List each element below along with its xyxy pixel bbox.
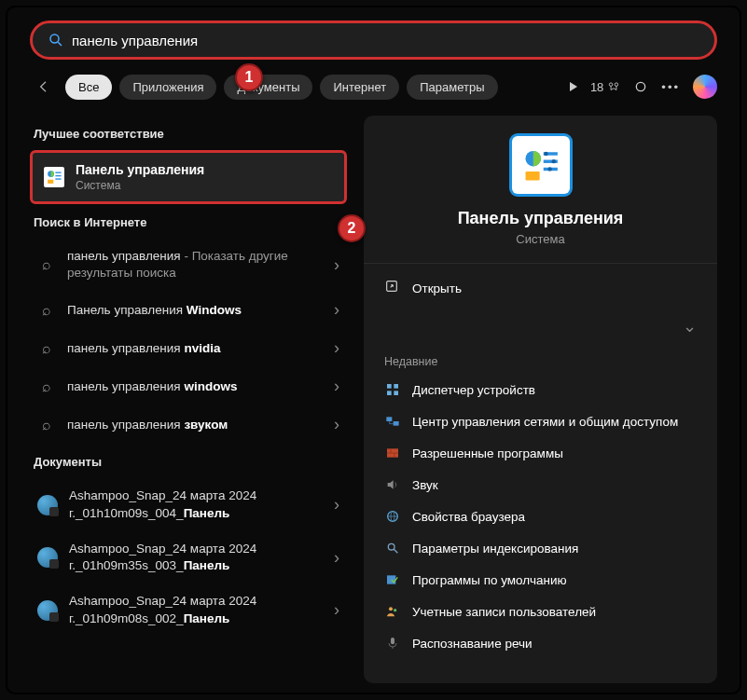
chevron-right-icon <box>334 600 339 620</box>
control-panel-icon <box>44 167 64 187</box>
preview-panel: Панель управления Система Открыть Недавн… <box>364 116 717 683</box>
chevron-right-icon <box>334 300 339 320</box>
svg-rect-18 <box>525 172 539 181</box>
indexing-icon <box>384 540 401 556</box>
search-icon <box>37 417 56 433</box>
best-match-item[interactable]: Панель управления Система <box>30 150 347 204</box>
network-center-icon <box>384 413 401 430</box>
web-result[interactable]: панель управления nvidia <box>30 329 347 367</box>
filter-row: Все Приложения Документы Интернет Параме… <box>7 60 740 101</box>
search-bar[interactable] <box>30 21 717 60</box>
filter-settings[interactable]: Параметры <box>407 75 497 100</box>
annotation-badge-1: 1 <box>235 63 263 91</box>
web-result[interactable]: панель управления windows <box>30 367 347 405</box>
chevron-right-icon <box>334 255 339 275</box>
filter-web[interactable]: Интернет <box>320 75 399 100</box>
web-result[interactable]: панель управления - Показать другие резу… <box>30 239 347 291</box>
svg-line-1 <box>58 42 62 46</box>
chevron-down-icon <box>683 316 697 336</box>
recent-item[interactable]: Разрешенные программы <box>364 437 717 469</box>
firewall-icon <box>384 445 401 461</box>
recent-header: Недавние <box>364 346 717 374</box>
annotation-badge-2: 2 <box>338 214 366 242</box>
search-icon <box>48 32 64 48</box>
svg-line-34 <box>394 549 397 553</box>
best-match-header: Лучшее соответствие <box>30 116 347 150</box>
document-result[interactable]: Ashampoo_Snap_24 марта 2024г._01h09m08s_… <box>30 583 347 636</box>
document-result[interactable]: Ashampoo_Snap_24 марта 2024г._01h10m09s_… <box>30 478 347 530</box>
expand-actions[interactable] <box>364 312 717 346</box>
more-button[interactable]: ••• <box>661 80 680 94</box>
circle-icon[interactable] <box>633 79 648 94</box>
open-action[interactable]: Открыть <box>364 263 717 312</box>
svg-point-3 <box>616 83 619 87</box>
web-result[interactable]: панель управления звуком <box>30 405 347 444</box>
open-icon <box>384 279 401 297</box>
filter-apps[interactable]: Приложения <box>119 75 216 100</box>
search-icon <box>37 302 56 319</box>
image-file-icon <box>37 600 58 621</box>
svg-rect-21 <box>394 384 398 389</box>
device-manager-icon <box>384 381 401 398</box>
svg-rect-38 <box>391 638 394 644</box>
recent-item[interactable]: Центр управления сетями и общим доступом <box>364 405 717 437</box>
recent-item[interactable]: Диспетчер устройств <box>364 374 717 405</box>
default-programs-icon <box>384 571 401 588</box>
svg-point-36 <box>389 607 393 611</box>
svg-point-13 <box>544 152 547 156</box>
svg-rect-10 <box>48 180 53 184</box>
svg-rect-23 <box>394 391 398 395</box>
speech-icon <box>384 635 401 652</box>
image-file-icon <box>37 495 58 515</box>
back-button[interactable] <box>30 73 58 101</box>
recent-item[interactable]: Учетные записи пользователей <box>364 596 717 627</box>
search-window: 1 2 Все Приложения Документы Интернет Па… <box>6 6 741 694</box>
chevron-right-icon <box>334 495 339 515</box>
play-button[interactable] <box>570 82 577 91</box>
recent-item[interactable]: Свойства браузера <box>364 501 717 532</box>
document-result[interactable]: Ashampoo_Snap_24 марта 2024г._01h09m35s_… <box>30 531 347 583</box>
svg-rect-5 <box>44 167 64 187</box>
recent-item[interactable]: Звук <box>364 469 717 501</box>
svg-rect-20 <box>387 384 392 389</box>
svg-point-0 <box>50 34 59 43</box>
best-match-sub: Система <box>76 179 204 192</box>
documents-header: Документы <box>30 444 347 478</box>
copilot-icon[interactable] <box>693 75 717 99</box>
image-file-icon <box>37 547 58 568</box>
search-input[interactable] <box>72 33 699 48</box>
svg-rect-7 <box>55 172 61 173</box>
search-icon <box>37 340 56 357</box>
recent-item[interactable]: Параметры индексирования <box>364 532 717 564</box>
internet-options-icon <box>384 508 401 525</box>
svg-point-15 <box>551 159 555 163</box>
chevron-right-icon <box>334 548 339 568</box>
svg-rect-22 <box>387 391 392 395</box>
recent-item[interactable]: Распознавание речи <box>364 627 717 659</box>
web-search-header: Поиск в Интернете <box>30 204 347 239</box>
svg-rect-24 <box>386 417 392 421</box>
svg-point-17 <box>547 167 551 171</box>
chevron-right-icon <box>334 377 339 396</box>
rewards-badge[interactable]: 18 <box>590 80 620 94</box>
svg-rect-9 <box>55 178 61 179</box>
svg-point-4 <box>637 82 645 90</box>
preview-title: Панель управления <box>458 209 624 228</box>
sound-icon <box>384 476 401 493</box>
filter-all[interactable]: Все <box>65 75 112 100</box>
web-result[interactable]: Панель управления Windows <box>30 291 347 329</box>
chevron-right-icon <box>334 338 339 358</box>
results-column: Лучшее соответствие Панель управления Си… <box>30 116 347 683</box>
svg-point-2 <box>610 83 614 87</box>
preview-subtitle: Система <box>516 232 564 246</box>
user-accounts-icon <box>384 603 401 620</box>
recent-item[interactable]: Программы по умолчанию <box>364 564 717 596</box>
search-icon <box>37 256 56 273</box>
control-panel-icon-large <box>512 136 570 194</box>
best-match-title: Панель управления <box>76 162 204 177</box>
svg-point-33 <box>388 543 394 550</box>
svg-rect-25 <box>394 421 399 426</box>
chevron-right-icon <box>334 415 339 434</box>
search-icon <box>37 378 56 395</box>
svg-rect-8 <box>55 175 61 176</box>
